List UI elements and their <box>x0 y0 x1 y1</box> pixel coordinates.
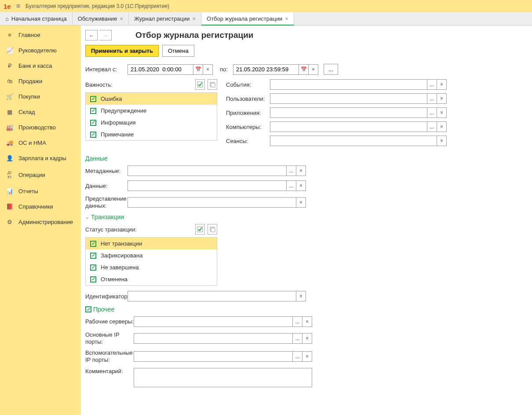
calendar-icon[interactable]: 📅 <box>299 64 309 75</box>
sidebar-item-reports[interactable]: 📊Отчеты <box>0 184 81 199</box>
ident-input[interactable] <box>128 291 296 301</box>
more-button[interactable]: ... <box>324 64 338 75</box>
apply-close-button[interactable]: Применить и закрыть <box>85 45 159 57</box>
severity-item-note[interactable]: ✓Примечание <box>86 129 217 140</box>
sidebar-item-purchases[interactable]: 🛒Покупки <box>0 89 81 104</box>
sidebar-item-operations[interactable]: ДтКтОперации <box>0 166 81 184</box>
interval-to-label: по: <box>220 66 233 73</box>
lookup-icon[interactable]: ... <box>427 79 437 90</box>
lookup-icon[interactable]: ... <box>287 165 296 176</box>
aux-ports-input[interactable] <box>134 351 293 362</box>
data-input[interactable] <box>128 180 287 191</box>
trans-item-committed[interactable]: ✓Зафиксирована <box>86 250 217 261</box>
severity-label: Важность: <box>85 81 113 88</box>
tab-label: Отбор журнала регистрации <box>207 15 282 22</box>
lookup-icon[interactable]: ... <box>427 107 437 118</box>
check-all-button[interactable] <box>195 79 205 90</box>
trans-item-pending[interactable]: ✓Не завершена <box>86 261 217 273</box>
repr-label: Представление данных: <box>85 195 128 209</box>
interval-to-input[interactable] <box>233 64 299 75</box>
apps-input[interactable] <box>270 107 427 118</box>
lookup-icon[interactable]: ... <box>293 333 302 344</box>
computers-input[interactable] <box>270 121 427 132</box>
sidebar-item-sales[interactable]: 🛍Продажи <box>0 73 81 89</box>
checkbox-icon: ✓ <box>90 132 96 138</box>
sessions-input[interactable] <box>270 136 437 146</box>
tab-log-filter[interactable]: Отбор журнала регистрации × <box>201 12 294 26</box>
checkbox-icon: ✓ <box>90 264 96 271</box>
clear-icon[interactable]: × <box>309 64 318 75</box>
clear-icon[interactable]: × <box>302 316 312 327</box>
calendar-icon[interactable]: 📅 <box>193 64 203 75</box>
clear-icon[interactable]: × <box>437 107 447 118</box>
interval-from-input[interactable] <box>128 64 193 75</box>
transactions-section-title[interactable]: ⌄Транзакции <box>85 213 525 220</box>
sidebar-item-admin[interactable]: ⚙Администрирование <box>0 214 81 230</box>
sidebar-item-label: Справочники <box>18 203 53 210</box>
severity-item-warning[interactable]: ✓Предупреждение <box>86 105 217 117</box>
svg-rect-2 <box>211 83 215 87</box>
truck-icon: 🚚 <box>6 140 13 146</box>
clear-icon[interactable]: × <box>437 136 447 146</box>
data-repr-input[interactable] <box>128 197 296 208</box>
clear-icon[interactable]: × <box>302 351 312 362</box>
lookup-icon[interactable]: ... <box>427 93 437 104</box>
clear-icon[interactable]: × <box>296 197 306 208</box>
main-menu-icon[interactable]: ≡ <box>16 2 20 10</box>
sidebar-item-label: ОС и НМА <box>18 140 46 146</box>
lookup-icon[interactable]: ... <box>293 351 302 362</box>
sidebar-item-label: Отчеты <box>18 188 38 195</box>
check-all-button[interactable] <box>195 224 205 235</box>
uncheck-all-button[interactable] <box>208 79 217 90</box>
lookup-icon[interactable]: ... <box>427 121 437 132</box>
sidebar-item-manager[interactable]: 📈Руководителю <box>0 43 81 58</box>
trans-item-none[interactable]: ✓Нет транзакции <box>86 238 217 250</box>
close-icon[interactable]: × <box>192 15 196 22</box>
ports-input[interactable] <box>134 333 293 344</box>
clear-icon[interactable]: × <box>437 79 447 90</box>
tab-label: Журнал регистрации <box>134 15 189 22</box>
close-icon[interactable]: × <box>120 15 123 22</box>
clear-icon[interactable]: × <box>296 165 306 176</box>
tab-label: Обслуживание <box>78 15 117 22</box>
clear-icon[interactable]: × <box>302 333 312 344</box>
severity-item-error[interactable]: ✓Ошибка <box>86 93 217 105</box>
sidebar-item-os-nma[interactable]: 🚚ОС и НМА <box>0 135 81 151</box>
lookup-icon[interactable]: ... <box>287 180 296 191</box>
servers-input[interactable] <box>134 316 293 327</box>
sidebar-item-main[interactable]: ≡Главное <box>0 27 81 43</box>
lookup-icon[interactable]: ... <box>293 316 302 327</box>
sidebar-item-production[interactable]: 🏭Производство <box>0 120 81 135</box>
sidebar-item-bank[interactable]: ₽Банк и касса <box>0 58 81 73</box>
list-item-label: Примечание <box>101 131 134 138</box>
sidebar-item-warehouse[interactable]: ▦Склад <box>0 104 81 120</box>
ident-label: Идентификатор: <box>85 293 128 300</box>
clear-icon[interactable]: × <box>296 180 306 191</box>
tab-service[interactable]: Обслуживание × <box>73 12 129 25</box>
events-input[interactable] <box>270 79 427 90</box>
tab-log[interactable]: Журнал регистрации × <box>129 12 201 25</box>
sidebar-item-salary[interactable]: 👤Зарплата и кадры <box>0 151 81 166</box>
gear-icon: ⚙ <box>6 219 13 225</box>
clear-icon[interactable]: × <box>437 121 447 132</box>
nav-back-button[interactable]: ← <box>85 30 98 40</box>
sidebar-item-catalogs[interactable]: 📕Справочники <box>0 199 81 214</box>
close-icon[interactable]: × <box>285 15 288 22</box>
list-item-label: Зафиксирована <box>101 252 143 259</box>
severity-item-info[interactable]: ✓Информация <box>86 117 217 129</box>
users-input[interactable] <box>270 93 427 104</box>
trans-item-cancelled[interactable]: ✓Отменена <box>86 273 217 285</box>
tab-home[interactable]: ⌂ Начальная страница <box>0 12 73 25</box>
other-section-title[interactable]: ✓ Прочее <box>85 306 525 313</box>
metadata-input[interactable] <box>128 165 287 176</box>
clear-icon[interactable]: × <box>203 64 213 75</box>
nav-forward-button[interactable]: → <box>99 30 112 40</box>
app-title: Бухгалтерия предприятия, редакция 3.0 (1… <box>26 3 169 9</box>
comment-input[interactable] <box>134 368 312 387</box>
clear-icon[interactable]: × <box>437 93 447 104</box>
chart-icon: 📊 <box>6 188 13 195</box>
uncheck-all-button[interactable] <box>208 224 217 235</box>
dtkt-icon: ДтКт <box>6 170 13 179</box>
cancel-button[interactable]: Отмена <box>162 45 194 57</box>
clear-icon[interactable]: × <box>296 291 306 301</box>
